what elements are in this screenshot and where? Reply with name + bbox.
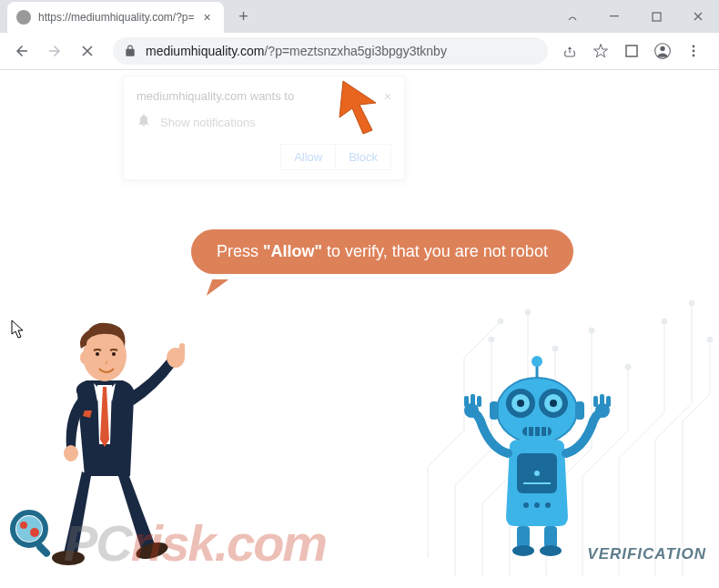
speech-bold: "Allow"	[263, 242, 322, 260]
bell-icon	[137, 113, 151, 131]
svg-point-48	[545, 502, 551, 508]
share-icon[interactable]	[559, 40, 581, 62]
svg-point-8	[498, 319, 503, 324]
pointer-arrow-icon	[332, 77, 387, 141]
bookmark-star-icon[interactable]	[590, 40, 612, 62]
svg-point-4	[660, 46, 664, 51]
speech-suffix: to verify, that you are not robot	[322, 242, 548, 260]
extensions-icon[interactable]	[621, 40, 643, 62]
page-content: mediumhiquality.com wants to × Show noti…	[0, 70, 719, 576]
svg-rect-41	[490, 401, 499, 420]
lock-icon	[124, 45, 137, 57]
magnifier-icon	[7, 507, 60, 560]
svg-rect-51	[471, 394, 475, 407]
url-host: mediumhiquality.com	[146, 44, 264, 58]
tab-bar: https://mediumhiquality.com/?p= × +	[0, 0, 719, 33]
menu-icon[interactable]	[683, 40, 704, 62]
tab-title: https://mediumhiquality.com/?p=	[38, 11, 195, 24]
tab-favicon	[16, 10, 31, 25]
svg-rect-50	[464, 396, 469, 407]
profile-icon[interactable]	[652, 40, 673, 62]
svg-rect-42	[575, 401, 584, 420]
notification-permission-label: Show notifications	[160, 116, 256, 129]
svg-point-46	[523, 502, 529, 508]
toolbar: mediumhiquality.com/?p=meztsnzxha5gi3bpg…	[0, 33, 719, 69]
close-window-button[interactable]	[677, 2, 719, 31]
svg-rect-1	[653, 13, 661, 21]
svg-rect-21	[179, 343, 185, 358]
minimize-line-button[interactable]	[593, 2, 635, 31]
svg-point-60	[540, 545, 562, 556]
back-button[interactable]	[7, 36, 36, 66]
stop-reload-button[interactable]	[73, 36, 102, 66]
svg-point-64	[30, 528, 39, 537]
toolbar-right	[559, 40, 712, 62]
notification-title: mediumhiquality.com wants to	[137, 89, 294, 103]
browser-tab[interactable]: https://mediumhiquality.com/?p= ×	[7, 2, 224, 33]
speech-bubble: Press "Allow" to verify, that you are no…	[191, 229, 573, 274]
svg-point-47	[534, 502, 540, 508]
svg-point-10	[525, 309, 531, 315]
svg-point-59	[512, 545, 534, 556]
speech-prefix: Press	[217, 242, 263, 260]
svg-point-44	[534, 471, 540, 476]
minimize-button[interactable]	[552, 2, 593, 31]
svg-point-7	[693, 55, 695, 57]
robot-illustration	[446, 349, 628, 558]
allow-button[interactable]: Allow	[280, 144, 335, 170]
new-tab-button[interactable]: +	[231, 4, 257, 29]
svg-point-25	[112, 352, 116, 356]
svg-rect-55	[600, 394, 604, 407]
block-button[interactable]: Block	[335, 144, 391, 170]
tab-close-button[interactable]: ×	[200, 10, 215, 25]
svg-point-24	[96, 352, 99, 356]
maximize-button[interactable]	[635, 2, 677, 31]
svg-point-19	[64, 445, 78, 461]
svg-rect-52	[477, 396, 481, 407]
svg-rect-58	[544, 526, 557, 548]
svg-point-6	[693, 50, 695, 53]
svg-rect-0	[610, 15, 619, 16]
svg-rect-56	[606, 396, 611, 407]
svg-rect-2	[626, 46, 637, 56]
window-controls	[552, 2, 719, 31]
svg-point-14	[662, 319, 667, 324]
svg-point-5	[693, 46, 695, 48]
svg-point-35	[550, 400, 557, 407]
svg-point-12	[589, 328, 594, 333]
svg-point-62	[16, 516, 42, 542]
address-bar[interactable]: mediumhiquality.com/?p=meztsnzxha5gi3bpg…	[113, 37, 548, 65]
svg-point-16	[707, 337, 713, 342]
url-path: /?p=meztsnzxha5gi3bpgy3tknby	[264, 44, 446, 58]
verification-label: VERIFICATION	[587, 545, 706, 563]
svg-point-63	[20, 522, 27, 529]
forward-button[interactable]	[40, 36, 69, 66]
svg-point-23	[80, 351, 89, 364]
svg-point-15	[689, 300, 694, 306]
svg-point-27	[532, 356, 542, 367]
svg-rect-54	[593, 396, 598, 407]
svg-point-9	[489, 337, 494, 342]
url-text: mediumhiquality.com/?p=meztsnzxha5gi3bpg…	[146, 44, 447, 58]
svg-point-34	[517, 400, 524, 407]
browser-chrome: https://mediumhiquality.com/?p= × +	[0, 0, 719, 70]
svg-rect-57	[517, 526, 530, 548]
